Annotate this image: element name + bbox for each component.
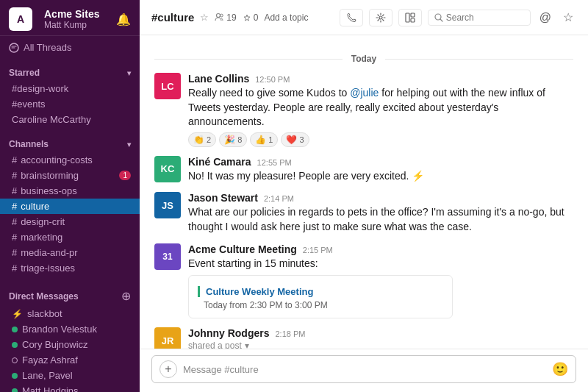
- search-box[interactable]: [428, 10, 531, 26]
- hash-icon: #: [12, 185, 17, 196]
- emoji-picker-button[interactable]: 🙂: [552, 361, 568, 377]
- channel-title-area: #culture ☆ 19 0: [151, 11, 308, 24]
- dm-item-cory[interactable]: Cory Bujnowicz: [0, 337, 140, 352]
- phone-button[interactable]: [340, 9, 363, 26]
- search-input[interactable]: [446, 13, 520, 23]
- hash-icon: #: [12, 170, 17, 181]
- workspace-name[interactable]: Acme Sites: [44, 8, 99, 20]
- message-body-lane: Lane Collins 12:50 PM Really need to giv…: [188, 73, 573, 147]
- avatar-acme: 31: [154, 243, 181, 270]
- pinned-count-item[interactable]: 0: [243, 13, 259, 23]
- settings-button[interactable]: [369, 9, 392, 26]
- dm-item-brandon[interactable]: Brandon Velestuk: [0, 321, 140, 337]
- message-author: Jason Stewart: [188, 192, 258, 204]
- workspace-user[interactable]: Matt Kump: [44, 20, 99, 30]
- online-status-icon: [12, 388, 18, 393]
- shared-post-label: shared a post ▾: [188, 341, 573, 349]
- date-divider: Today: [154, 53, 573, 64]
- all-threads-item[interactable]: All Threads: [0, 39, 140, 56]
- message-input-box: + 🙂: [151, 355, 576, 383]
- sidebar: A Acme Sites Matt Kump 🔔 All Threads Sta…: [0, 0, 140, 392]
- message-input-area: + 🙂: [140, 349, 588, 392]
- message-author: Kiné Camara: [188, 156, 251, 168]
- pin-icon: [243, 13, 251, 22]
- avatar-jason: JS: [154, 192, 181, 218]
- message-header-johnny: Johnny Rodgers 2:18 PM: [188, 327, 573, 339]
- hash-icon: #: [12, 216, 17, 227]
- starred-section-label[interactable]: Starred ▾: [0, 65, 140, 81]
- members-icon: [215, 13, 224, 22]
- sidebar-item-culture[interactable]: # culture: [0, 199, 140, 214]
- star-button[interactable]: ☆: [560, 7, 576, 27]
- sidebar-item-design-crit[interactable]: # design-crit: [0, 214, 140, 229]
- event-time: Today from 2:30 PM to 3:00 PM: [198, 300, 328, 310]
- message-text: No! It was my pleasure! People are very …: [188, 169, 573, 184]
- search-icon: [434, 13, 443, 22]
- sidebar-item-accounting-costs[interactable]: # accounting-costs: [0, 152, 140, 168]
- message-text: Event starting in 15 minutes:: [188, 257, 573, 271]
- online-status-icon: [12, 342, 18, 348]
- event-title-link[interactable]: Culture Weekly Meeting: [198, 286, 328, 297]
- online-status-icon: [12, 373, 18, 379]
- message-time: 2:15 PM: [303, 246, 333, 254]
- starred-item-events[interactable]: # events: [0, 96, 140, 112]
- channel-meta: ☆ 19 0 Add a topic: [200, 12, 308, 23]
- message-johnny-rodgers: JR Johnny Rodgers 2:18 PM shared a post …: [154, 324, 573, 349]
- message-body-acme: Acme Culture Meeting 2:15 PM Event start…: [188, 243, 573, 319]
- layout-button[interactable]: [398, 9, 422, 26]
- avatar-johnny: JR: [154, 327, 181, 349]
- sidebar-item-media-and-pr[interactable]: # media-and-pr: [0, 245, 140, 260]
- message-jason-1: JS Jason Stewart 2:14 PM What are our po…: [154, 189, 573, 237]
- workspace-info: Acme Sites Matt Kump: [44, 8, 99, 30]
- message-time: 2:14 PM: [264, 194, 294, 203]
- members-count-item[interactable]: 19: [215, 13, 236, 23]
- at-button[interactable]: @: [537, 8, 554, 27]
- dm-add-icon[interactable]: ⊕: [121, 289, 131, 303]
- dm-item-lane-pavel[interactable]: Lane, Pavel: [0, 368, 140, 383]
- notifications-bell-icon[interactable]: 🔔: [116, 13, 131, 26]
- sidebar-item-business-ops[interactable]: # business-ops: [0, 183, 140, 199]
- svg-rect-4: [406, 13, 409, 22]
- message-header-lane: Lane Collins 12:50 PM: [188, 73, 573, 85]
- channels-section-label[interactable]: Channels ▾: [0, 136, 140, 152]
- mention-link[interactable]: @julie: [350, 87, 379, 99]
- avatar-lane: LC: [154, 73, 181, 99]
- away-status-icon: [12, 357, 18, 363]
- starred-item-caroline[interactable]: Caroline McCarthy: [0, 112, 140, 127]
- svg-rect-5: [411, 13, 415, 17]
- dm-section-label[interactable]: Direct Messages: [9, 291, 79, 302]
- dm-item-fayaz[interactable]: Fayaz Ashraf: [0, 352, 140, 368]
- message-author: Johnny Rodgers: [188, 327, 269, 339]
- workspace-header: A Acme Sites Matt Kump 🔔: [0, 0, 140, 36]
- header-actions: @ ☆: [340, 7, 576, 27]
- hash-icon: #: [12, 263, 17, 274]
- slackbot-icon: ⚡: [12, 309, 23, 319]
- unread-badge: 1: [119, 171, 131, 180]
- hash-icon: #: [12, 201, 17, 212]
- message-body-kine: Kiné Camara 12:55 PM No! It was my pleas…: [188, 156, 573, 184]
- channel-topic[interactable]: Add a topic: [264, 13, 308, 23]
- members-count: 19: [226, 13, 236, 23]
- message-input[interactable]: [183, 364, 546, 375]
- reaction-thumbs-up[interactable]: 👍1: [250, 132, 278, 147]
- reaction-clap[interactable]: 👏2: [188, 132, 216, 147]
- phone-icon: [346, 13, 356, 23]
- sidebar-item-brainstorming[interactable]: # brainstorming 1: [0, 168, 140, 183]
- channels-chevron-icon: ▾: [127, 140, 131, 149]
- sidebar-item-triage-issues[interactable]: # triage-issues: [0, 260, 140, 276]
- message-header-jason-1: Jason Stewart 2:14 PM: [188, 192, 573, 204]
- hash-icon: #: [12, 83, 17, 94]
- message-text: What are our policies in regards to pets…: [188, 205, 573, 234]
- add-attachment-button[interactable]: +: [159, 360, 177, 378]
- dm-item-matt[interactable]: Matt Hodgins: [0, 383, 140, 392]
- avatar-kine: KC: [154, 156, 181, 182]
- dm-item-slackbot[interactable]: ⚡ slackbot: [0, 306, 140, 321]
- message-body-johnny: Johnny Rodgers 2:18 PM shared a post ▾ 📄…: [188, 327, 573, 349]
- bookmark-icon[interactable]: ☆: [200, 12, 209, 23]
- gear-icon: [376, 13, 386, 23]
- reaction-party[interactable]: 🎉8: [219, 132, 247, 147]
- sidebar-item-marketing[interactable]: # marketing: [0, 229, 140, 245]
- starred-item-design-work[interactable]: # design-work: [0, 81, 140, 96]
- workspace-icon: A: [9, 7, 32, 31]
- reaction-heart[interactable]: ❤️3: [281, 132, 309, 147]
